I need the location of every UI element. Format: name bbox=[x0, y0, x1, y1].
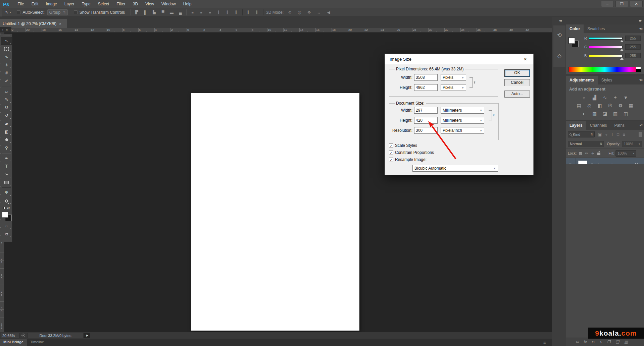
swap-colors-control[interactable]: ⇄ bbox=[3, 206, 10, 210]
invert-icon[interactable]: ◐ bbox=[581, 111, 587, 116]
pixel-height-unit-select[interactable]: Pixels bbox=[441, 84, 466, 91]
history-brush-tool[interactable]: ↺ bbox=[1, 112, 12, 120]
posterize-icon[interactable]: ▨ bbox=[592, 111, 598, 116]
blur-tool[interactable] bbox=[1, 136, 12, 144]
filter-kind-dropdown[interactable]: Kind ⇅ bbox=[568, 131, 595, 137]
tab-adjustments[interactable]: Adjustments bbox=[566, 76, 598, 84]
slider-thumb[interactable] bbox=[620, 57, 624, 60]
auto-select-scope-dropdown[interactable]: Group ⇅ bbox=[47, 9, 68, 15]
tab-mini-bridge[interactable]: Mini Bridge bbox=[0, 339, 27, 346]
slider-thumb[interactable] bbox=[620, 40, 624, 42]
constrain-proportions-checkbox[interactable]: ✓ bbox=[389, 151, 393, 155]
lasso-tool[interactable]: ∿ bbox=[1, 53, 12, 61]
panel-options-icon[interactable]: ≣ bbox=[543, 341, 546, 344]
layer-effects-icon[interactable]: fx bbox=[584, 340, 587, 344]
document-width-input[interactable]: 297 bbox=[414, 107, 438, 114]
expand-panels-icon[interactable]: ▶▶ bbox=[639, 19, 641, 22]
menu-layer[interactable]: Layer bbox=[61, 2, 78, 6]
curves-icon[interactable]: ∿ bbox=[602, 95, 608, 100]
restore-button[interactable]: ❐ bbox=[615, 1, 628, 7]
new-layer-icon[interactable]: ❏ bbox=[615, 340, 619, 344]
3d-orbit-icon[interactable]: ⟲ bbox=[286, 10, 293, 15]
move-tool[interactable]: ↖ bbox=[1, 37, 12, 45]
tab-timeline[interactable]: Timeline bbox=[27, 339, 47, 346]
new-group-icon[interactable]: ❒ bbox=[607, 340, 610, 344]
color-balance-icon[interactable]: ⚖ bbox=[586, 103, 592, 108]
resolution-input[interactable]: 300 bbox=[414, 127, 438, 134]
current-tool-icon[interactable]: ↖ bbox=[5, 10, 9, 15]
3d-roll-icon[interactable]: ◎ bbox=[296, 10, 303, 15]
align-right-edges-icon[interactable]: ▄ bbox=[178, 10, 183, 14]
foreground-color-swatch[interactable] bbox=[568, 37, 575, 44]
hand-tool[interactable]: Ψ bbox=[1, 189, 12, 197]
toolbar-grip[interactable] bbox=[3, 35, 10, 36]
distribute-horizontal-space-icon[interactable]: ∥ bbox=[254, 10, 260, 14]
distribute-vertical-space-icon[interactable]: ∥ bbox=[245, 10, 251, 14]
quick-selection-tool[interactable]: ✳ bbox=[1, 61, 12, 69]
channel-mixer-icon[interactable]: ☸ bbox=[617, 103, 624, 108]
auto-select-checkbox[interactable] bbox=[17, 10, 20, 14]
distribute-top-edges-icon[interactable]: ≡ bbox=[190, 10, 195, 14]
eraser-tool[interactable]: ▰ bbox=[1, 120, 12, 128]
menu-image[interactable]: Image bbox=[42, 2, 60, 6]
cancel-button[interactable]: Cancel bbox=[504, 79, 530, 86]
threshold-icon[interactable]: ◪ bbox=[602, 111, 608, 116]
dialog-close-icon[interactable]: ✕ bbox=[522, 57, 529, 62]
link-layers-icon[interactable]: ∞ bbox=[576, 340, 579, 344]
collapsed-panel-controls[interactable]: » × bbox=[0, 27, 11, 33]
ok-button[interactable]: OK bbox=[504, 69, 530, 77]
tab-channels[interactable]: Channels bbox=[586, 121, 611, 130]
tab-close-icon[interactable]: × bbox=[59, 22, 61, 26]
red-slider[interactable] bbox=[589, 37, 623, 40]
menu-view[interactable]: View bbox=[142, 2, 158, 6]
filter-smart-object-icon[interactable]: ⧈ bbox=[623, 132, 625, 137]
zoom-level-field[interactable]: 20.66% bbox=[1, 333, 19, 338]
path-selection-tool[interactable]: ➢ bbox=[1, 170, 12, 178]
3d-slide-icon[interactable]: ↔ bbox=[315, 10, 322, 15]
spot-healing-brush-tool[interactable]: ▱ bbox=[1, 88, 12, 96]
zoom-tool[interactable] bbox=[1, 197, 12, 205]
menu-window[interactable]: Window bbox=[158, 2, 180, 6]
minimize-button[interactable]: – bbox=[601, 1, 614, 7]
black-white-icon[interactable]: ◧ bbox=[597, 103, 603, 108]
photo-filter-icon[interactable]: ✇ bbox=[607, 103, 613, 108]
align-bottom-edges-icon[interactable]: ▙ bbox=[151, 10, 157, 14]
resample-method-select[interactable]: Bicubic Automatic bbox=[412, 165, 498, 172]
dodge-tool[interactable]: ⚲ bbox=[1, 144, 12, 152]
screen-mode-button[interactable]: ⧉ bbox=[1, 230, 12, 238]
selective-color-icon[interactable]: ◫ bbox=[623, 111, 629, 116]
blue-slider[interactable] bbox=[589, 55, 623, 57]
menu-filter[interactable]: Filter bbox=[113, 2, 129, 6]
menu-select[interactable]: Select bbox=[94, 2, 113, 6]
expand-icon[interactable]: » bbox=[2, 28, 3, 32]
type-tool[interactable]: T bbox=[1, 162, 12, 170]
opacity-field[interactable]: 100% ▾ bbox=[622, 141, 642, 147]
panel-menu-icon[interactable]: ▾≡ bbox=[639, 27, 642, 31]
gradient-map-icon[interactable]: ▧ bbox=[612, 111, 618, 116]
hue-saturation-icon[interactable]: ▤ bbox=[576, 103, 582, 108]
align-horizontal-centers-icon[interactable]: ▬ bbox=[169, 10, 175, 14]
rectangular-marquee-tool[interactable] bbox=[1, 45, 12, 53]
resample-image-checkbox[interactable]: ✓ bbox=[389, 158, 393, 162]
shape-tool[interactable] bbox=[1, 178, 12, 186]
align-top-edges-icon[interactable]: ▛ bbox=[134, 10, 140, 14]
add-layer-mask-icon[interactable]: ◘ bbox=[592, 340, 594, 344]
3d-panel-button[interactable]: ◇ bbox=[553, 46, 565, 67]
green-value-field[interactable]: 255 bbox=[625, 44, 641, 50]
distribute-left-edges-icon[interactable]: ∥ bbox=[216, 10, 221, 14]
layer-filter-toggle[interactable] bbox=[639, 132, 642, 137]
collapse-to-icons-icon[interactable]: ◀◀ bbox=[559, 19, 561, 22]
pixel-width-input[interactable]: 3508 bbox=[414, 74, 438, 81]
scale-styles-checkbox[interactable]: ✓ bbox=[389, 143, 393, 148]
menu-type[interactable]: Type bbox=[78, 2, 94, 6]
foreground-color-swatch[interactable] bbox=[2, 211, 8, 218]
eyedropper-tool[interactable]: ✐ bbox=[1, 77, 12, 85]
distribute-right-edges-icon[interactable]: ∥ bbox=[233, 10, 239, 14]
pen-tool[interactable]: ✒ bbox=[1, 154, 12, 162]
panel-menu-icon[interactable]: ▾≡ bbox=[639, 78, 642, 82]
dialog-title-bar[interactable]: Image Size ✕ bbox=[385, 54, 533, 64]
tab-swatches[interactable]: Swatches bbox=[584, 24, 608, 33]
lock-image-pixels-icon[interactable]: ✏ bbox=[585, 151, 588, 156]
filter-adjustment-icon[interactable]: ◒ bbox=[605, 132, 607, 137]
tool-preset-caret-icon[interactable]: ▾ bbox=[10, 11, 11, 14]
